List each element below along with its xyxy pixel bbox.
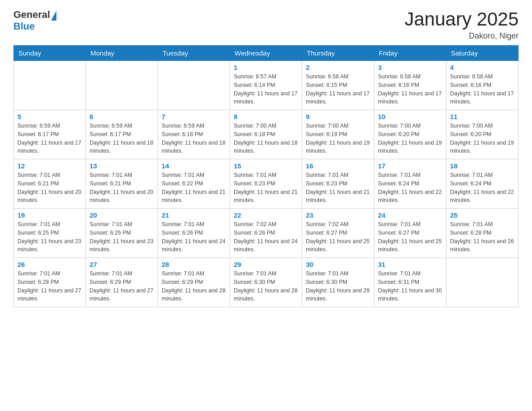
calendar-cell: 12Sunrise: 7:01 AMSunset: 6:21 PMDayligh… <box>14 159 86 209</box>
calendar-cell: 23Sunrise: 7:02 AMSunset: 6:27 PMDayligh… <box>302 209 374 258</box>
calendar-cell: 25Sunrise: 7:01 AMSunset: 6:28 PMDayligh… <box>446 209 519 258</box>
calendar-cell <box>158 61 230 110</box>
day-info: Sunrise: 7:01 AMSunset: 6:21 PMDaylight:… <box>90 171 154 205</box>
day-info: Sunrise: 7:01 AMSunset: 6:25 PMDaylight:… <box>90 220 154 254</box>
day-number: 20 <box>90 211 154 219</box>
day-info: Sunrise: 7:01 AMSunset: 6:22 PMDaylight:… <box>162 171 226 205</box>
logo-triangle-icon <box>51 11 56 21</box>
calendar-cell: 1Sunrise: 6:57 AMSunset: 6:14 PMDaylight… <box>230 61 302 110</box>
day-number: 1 <box>234 64 298 71</box>
calendar-cell: 13Sunrise: 7:01 AMSunset: 6:21 PMDayligh… <box>86 159 158 209</box>
calendar-cell: 8Sunrise: 7:00 AMSunset: 6:18 PMDaylight… <box>230 110 302 159</box>
day-info: Sunrise: 7:01 AMSunset: 6:30 PMDaylight:… <box>306 270 370 303</box>
day-info: Sunrise: 6:58 AMSunset: 6:16 PMDaylight:… <box>378 73 442 106</box>
day-number: 29 <box>234 261 298 268</box>
day-info: Sunrise: 6:58 AMSunset: 6:16 PMDaylight:… <box>450 73 515 106</box>
day-info: Sunrise: 7:01 AMSunset: 6:21 PMDaylight:… <box>17 171 82 205</box>
calendar-cell <box>446 258 519 307</box>
calendar-cell: 7Sunrise: 6:59 AMSunset: 6:18 PMDaylight… <box>158 110 230 159</box>
day-number: 17 <box>378 162 442 170</box>
calendar-cell: 16Sunrise: 7:01 AMSunset: 6:23 PMDayligh… <box>302 159 374 209</box>
day-number: 11 <box>450 113 515 120</box>
day-info: Sunrise: 7:01 AMSunset: 6:23 PMDaylight:… <box>234 171 298 205</box>
day-info: Sunrise: 6:57 AMSunset: 6:14 PMDaylight:… <box>234 73 298 106</box>
day-number: 7 <box>162 113 226 120</box>
day-info: Sunrise: 7:01 AMSunset: 6:30 PMDaylight:… <box>234 270 298 303</box>
day-info: Sunrise: 6:58 AMSunset: 6:15 PMDaylight:… <box>306 73 370 106</box>
calendar-cell: 15Sunrise: 7:01 AMSunset: 6:23 PMDayligh… <box>230 159 302 209</box>
day-number: 15 <box>234 162 298 170</box>
day-number: 3 <box>378 64 442 71</box>
day-info: Sunrise: 7:01 AMSunset: 6:27 PMDaylight:… <box>378 220 442 254</box>
calendar-cell: 10Sunrise: 7:00 AMSunset: 6:20 PMDayligh… <box>374 110 446 159</box>
calendar-cell: 20Sunrise: 7:01 AMSunset: 6:25 PMDayligh… <box>86 209 158 258</box>
day-number: 4 <box>450 64 515 71</box>
calendar-cell: 11Sunrise: 7:00 AMSunset: 6:20 PMDayligh… <box>446 110 519 159</box>
calendar-cell: 30Sunrise: 7:01 AMSunset: 6:30 PMDayligh… <box>302 258 374 307</box>
day-info: Sunrise: 7:01 AMSunset: 6:23 PMDaylight:… <box>306 171 370 205</box>
day-number: 27 <box>90 261 154 268</box>
calendar-cell: 28Sunrise: 7:01 AMSunset: 6:29 PMDayligh… <box>158 258 230 307</box>
column-header-monday: Monday <box>86 46 158 61</box>
day-info: Sunrise: 7:01 AMSunset: 6:28 PMDaylight:… <box>450 220 515 254</box>
day-number: 30 <box>306 261 370 268</box>
day-info: Sunrise: 7:02 AMSunset: 6:27 PMDaylight:… <box>306 220 370 254</box>
column-header-saturday: Saturday <box>446 46 519 61</box>
calendar-subtitle: Dakoro, Niger <box>404 31 519 41</box>
day-info: Sunrise: 7:01 AMSunset: 6:26 PMDaylight:… <box>162 220 226 254</box>
day-info: Sunrise: 7:00 AMSunset: 6:20 PMDaylight:… <box>378 122 442 155</box>
week-row-3: 12Sunrise: 7:01 AMSunset: 6:21 PMDayligh… <box>14 159 519 209</box>
day-number: 2 <box>306 64 370 71</box>
day-number: 28 <box>162 261 226 268</box>
day-number: 21 <box>162 211 226 219</box>
calendar-cell <box>86 61 158 110</box>
calendar-cell: 26Sunrise: 7:01 AMSunset: 6:28 PMDayligh… <box>14 258 86 307</box>
day-info: Sunrise: 6:59 AMSunset: 6:17 PMDaylight:… <box>90 122 154 155</box>
day-number: 6 <box>90 113 154 120</box>
day-number: 19 <box>17 211 82 219</box>
day-number: 12 <box>17 162 82 170</box>
week-row-1: 1Sunrise: 6:57 AMSunset: 6:14 PMDaylight… <box>14 61 519 110</box>
day-info: Sunrise: 6:59 AMSunset: 6:17 PMDaylight:… <box>17 122 82 155</box>
column-header-sunday: Sunday <box>14 46 86 61</box>
logo: General Blue <box>13 9 56 32</box>
week-row-5: 26Sunrise: 7:01 AMSunset: 6:28 PMDayligh… <box>14 258 519 307</box>
calendar-cell: 18Sunrise: 7:01 AMSunset: 6:24 PMDayligh… <box>446 159 519 209</box>
day-number: 31 <box>378 261 442 268</box>
calendar-cell <box>14 61 86 110</box>
day-number: 25 <box>450 211 515 219</box>
page-header: General Blue January 2025 Dakoro, Niger <box>13 9 519 41</box>
day-info: Sunrise: 6:59 AMSunset: 6:18 PMDaylight:… <box>162 122 226 155</box>
calendar-cell: 14Sunrise: 7:01 AMSunset: 6:22 PMDayligh… <box>158 159 230 209</box>
calendar-cell: 6Sunrise: 6:59 AMSunset: 6:17 PMDaylight… <box>86 110 158 159</box>
calendar-header-row: SundayMondayTuesdayWednesdayThursdayFrid… <box>14 46 519 61</box>
day-info: Sunrise: 7:00 AMSunset: 6:18 PMDaylight:… <box>234 122 298 155</box>
day-info: Sunrise: 7:02 AMSunset: 6:26 PMDaylight:… <box>234 220 298 254</box>
day-number: 16 <box>306 162 370 170</box>
day-info: Sunrise: 7:00 AMSunset: 6:20 PMDaylight:… <box>450 122 515 155</box>
title-area: January 2025 Dakoro, Niger <box>404 9 519 41</box>
calendar-cell: 4Sunrise: 6:58 AMSunset: 6:16 PMDaylight… <box>446 61 519 110</box>
calendar-cell: 24Sunrise: 7:01 AMSunset: 6:27 PMDayligh… <box>374 209 446 258</box>
day-number: 5 <box>17 113 82 120</box>
day-number: 26 <box>17 261 82 268</box>
calendar-cell: 9Sunrise: 7:00 AMSunset: 6:19 PMDaylight… <box>302 110 374 159</box>
logo-general-text: General <box>13 9 50 21</box>
calendar-cell: 5Sunrise: 6:59 AMSunset: 6:17 PMDaylight… <box>14 110 86 159</box>
calendar-cell: 27Sunrise: 7:01 AMSunset: 6:29 PMDayligh… <box>86 258 158 307</box>
day-info: Sunrise: 7:01 AMSunset: 6:29 PMDaylight:… <box>162 270 226 303</box>
calendar-cell: 19Sunrise: 7:01 AMSunset: 6:25 PMDayligh… <box>14 209 86 258</box>
calendar-cell: 31Sunrise: 7:01 AMSunset: 6:31 PMDayligh… <box>374 258 446 307</box>
day-number: 14 <box>162 162 226 170</box>
calendar-table: SundayMondayTuesdayWednesdayThursdayFrid… <box>13 45 519 307</box>
logo-blue-text: Blue <box>13 21 35 32</box>
day-number: 18 <box>450 162 515 170</box>
calendar-title: January 2025 <box>404 9 519 30</box>
column-header-friday: Friday <box>374 46 446 61</box>
day-number: 10 <box>378 113 442 120</box>
week-row-2: 5Sunrise: 6:59 AMSunset: 6:17 PMDaylight… <box>14 110 519 159</box>
day-info: Sunrise: 7:01 AMSunset: 6:28 PMDaylight:… <box>17 270 82 303</box>
day-info: Sunrise: 7:01 AMSunset: 6:29 PMDaylight:… <box>90 270 154 303</box>
day-info: Sunrise: 7:01 AMSunset: 6:31 PMDaylight:… <box>378 270 442 303</box>
calendar-cell: 22Sunrise: 7:02 AMSunset: 6:26 PMDayligh… <box>230 209 302 258</box>
